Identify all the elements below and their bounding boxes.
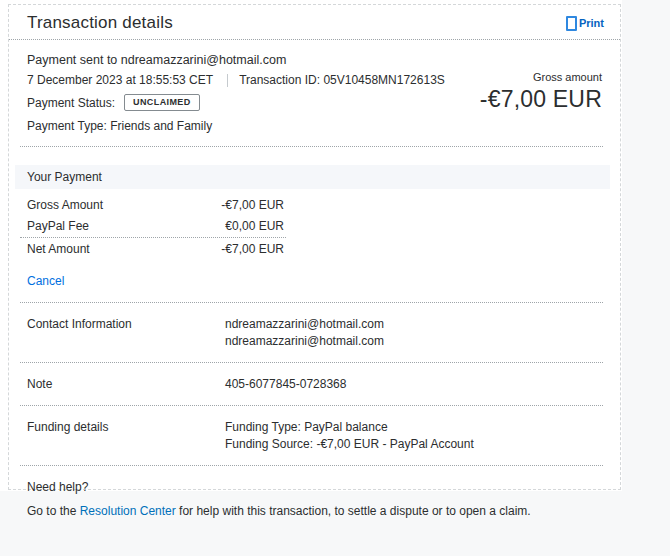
card-header: Transaction details Print [9, 5, 620, 39]
gross-amount-row-value: -€7,00 EUR [221, 198, 284, 213]
payment-date: 7 December 2023 at 18:55:53 CET [27, 73, 213, 88]
funding-type: Funding Type: PayPal balance [225, 419, 474, 436]
help-text: Go to the Resolution Center for help wit… [27, 504, 620, 519]
net-amount-row-label: Net Amount [27, 242, 90, 257]
contact-email: ndreamazzarini@hotmail.com [225, 316, 384, 333]
gross-amount-box: Gross amount -€7,00 EUR [480, 71, 602, 112]
note-label: Note [27, 376, 225, 393]
contact-email: ndreamazzarini@hotmail.com [225, 333, 384, 350]
payment-amounts-table: Gross Amount -€7,00 EUR PayPal Fee €0,00… [27, 198, 284, 234]
paypal-fee-row-label: PayPal Fee [27, 219, 89, 234]
help-text-suffix: for help with this transaction, to settl… [176, 504, 531, 518]
transaction-id: Transaction ID: 05V10458MN172613S [239, 73, 445, 88]
contact-information-section: Contact Information ndreamazzarini@hotma… [9, 303, 620, 362]
gross-amount-row-label: Gross Amount [27, 198, 103, 213]
your-payment-section-header: Your Payment [15, 165, 610, 189]
page-title: Transaction details [27, 13, 173, 33]
note-section: Note 405-6077845-0728368 [9, 363, 620, 405]
table-row: Gross Amount -€7,00 EUR [27, 198, 284, 213]
contact-information-values: ndreamazzarini@hotmail.com ndreamazzarin… [225, 316, 384, 350]
help-text-prefix: Go to the [27, 504, 80, 518]
resolution-center-link[interactable]: Resolution Center [80, 504, 176, 518]
vertical-divider [227, 74, 228, 87]
subtotal-divider [20, 237, 286, 238]
transaction-details-card: Transaction details Print Gross amount -… [8, 4, 621, 490]
gross-amount-label: Gross amount [480, 71, 602, 84]
payment-status-label: Payment Status: [27, 96, 115, 110]
need-help-heading: Need help? [27, 480, 620, 495]
payment-summary: Gross amount -€7,00 EUR Payment sent to … [9, 40, 620, 146]
divider [20, 146, 603, 147]
table-row: PayPal Fee €0,00 EUR [27, 219, 284, 234]
funding-details-label: Funding details [27, 419, 225, 453]
print-label: Print [579, 17, 604, 29]
note-value: 405-6077845-0728368 [225, 376, 346, 393]
contact-information-label: Contact Information [27, 316, 225, 350]
print-icon [566, 16, 577, 31]
your-payment-heading: Your Payment [27, 170, 102, 184]
net-amount-row-value: -€7,00 EUR [221, 242, 284, 257]
print-button[interactable]: Print [566, 16, 604, 31]
table-row: Net Amount -€7,00 EUR [27, 242, 284, 257]
payment-type: Payment Type: Friends and Family [27, 119, 620, 134]
net-amount-table: Net Amount -€7,00 EUR [27, 242, 284, 257]
need-help-section: Need help? Go to the Resolution Center f… [9, 466, 620, 519]
gross-amount-value: -€7,00 EUR [480, 87, 602, 112]
payment-sent-to: Payment sent to ndreamazzarini@hotmail.c… [27, 53, 620, 68]
status-badge: UNCLAIMED [124, 94, 200, 111]
funding-details-values: Funding Type: PayPal balance Funding Sou… [225, 419, 474, 453]
note-values: 405-6077845-0728368 [225, 376, 346, 393]
cancel-link[interactable]: Cancel [27, 274, 64, 289]
funding-details-section: Funding details Funding Type: PayPal bal… [9, 406, 620, 465]
funding-source: Funding Source: -€7,00 EUR - PayPal Acco… [225, 436, 474, 453]
paypal-fee-row-value: €0,00 EUR [225, 219, 284, 234]
